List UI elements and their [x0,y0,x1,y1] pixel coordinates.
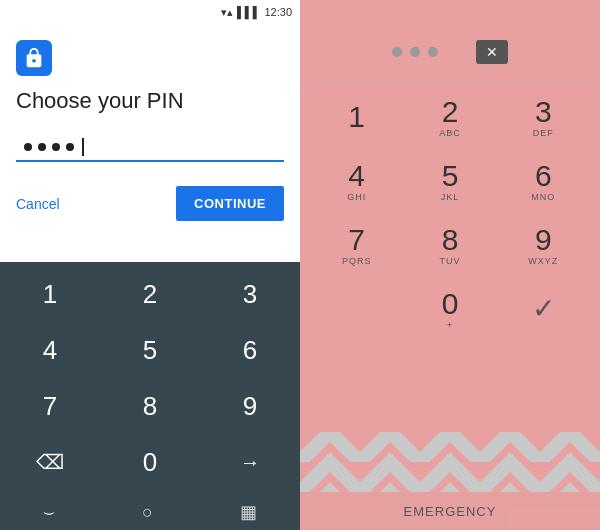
left-numpad: 1 2 3 4 5 6 7 8 9 ⌫ 0 → [0,262,300,494]
right-key-7[interactable]: 7 PQRS [310,213,403,277]
right-backspace-button[interactable]: ✕ [476,40,508,64]
right-key-8[interactable]: 8 TUV [403,213,496,277]
pin-dot-3 [52,143,60,151]
pin-input-row [16,138,284,162]
numpad-backspace-button[interactable]: ⌫ [0,434,100,490]
backspace-icon: ✕ [486,44,498,60]
right-key-1[interactable]: 1 [310,85,403,149]
time-display: 12:30 [264,6,292,18]
numpad-grid: 1 2 3 4 5 6 7 8 9 ⌫ 0 → [0,266,300,490]
lock-icon [23,47,45,69]
right-dot-2 [410,47,420,57]
emergency-label[interactable]: EMERGENCY [404,504,497,519]
right-top-area: ✕ 1 2 ABC 3 DEF 4 GHI [300,0,600,432]
right-key-3[interactable]: 3 DEF [497,85,590,149]
pin-cursor [82,138,84,156]
chevron-pattern [300,432,600,492]
numpad-key-3[interactable]: 3 [200,266,300,322]
numpad-key-7[interactable]: 7 [0,378,100,434]
wifi-icon: ▾▴ [221,6,233,19]
numpad-key-8[interactable]: 8 [100,378,200,434]
emergency-bar: EMERGENCY [300,492,600,530]
nav-bar: ⌣ ○ ▦ [0,494,300,530]
recents-nav-icon[interactable]: ▦ [240,501,257,523]
pin-dot-4 [66,143,74,151]
numpad-key-0[interactable]: 0 [100,434,200,490]
right-key-6[interactable]: 6 MNO [497,149,590,213]
right-key-4[interactable]: 4 GHI [310,149,403,213]
status-bar: ▾▴ ▌▌▌ 12:30 [0,0,300,24]
action-row: Cancel CONTINUE [16,186,284,221]
numpad-key-2[interactable]: 2 [100,266,200,322]
right-dot-1 [392,47,402,57]
right-key-empty [310,277,403,341]
right-key-2[interactable]: 2 ABC [403,85,496,149]
home-nav-icon[interactable]: ○ [142,502,153,523]
pin-dot-1 [24,143,32,151]
right-panel: ✕ 1 2 ABC 3 DEF 4 GHI [300,0,600,530]
signal-icon: ▌▌▌ [237,6,260,18]
pin-dot-2 [38,143,46,151]
right-key-5[interactable]: 5 JKL [403,149,496,213]
right-key-9[interactable]: 9 WXYZ [497,213,590,277]
svg-rect-0 [300,432,600,492]
numpad-key-6[interactable]: 6 [200,322,300,378]
numpad-key-9[interactable]: 9 [200,378,300,434]
choose-pin-title: Choose your PIN [16,88,284,114]
right-numpad: 1 2 ABC 3 DEF 4 GHI 5 JKL [300,85,600,341]
numpad-key-5[interactable]: 5 [100,322,200,378]
chevron-area [300,432,600,492]
lock-icon-wrap [16,40,52,76]
cancel-button[interactable]: Cancel [16,188,60,220]
numpad-key-4[interactable]: 4 [0,322,100,378]
right-dot-3 [428,47,438,57]
back-nav-icon[interactable]: ⌣ [43,502,55,523]
right-dots-row: ✕ [392,40,508,64]
right-key-0[interactable]: 0 + [403,277,496,341]
numpad-enter-button[interactable]: → [200,434,300,490]
left-panel: ▾▴ ▌▌▌ 12:30 Choose your PIN Cancel CONT… [0,0,300,530]
continue-button[interactable]: CONTINUE [176,186,284,221]
pin-dots [16,138,284,156]
right-numpad-grid: 1 2 ABC 3 DEF 4 GHI 5 JKL [310,85,590,341]
pin-content: Choose your PIN Cancel CONTINUE [0,24,300,262]
right-key-check[interactable]: ✓ [497,277,590,341]
status-icons: ▾▴ ▌▌▌ 12:30 [221,6,292,19]
numpad-key-1[interactable]: 1 [0,266,100,322]
